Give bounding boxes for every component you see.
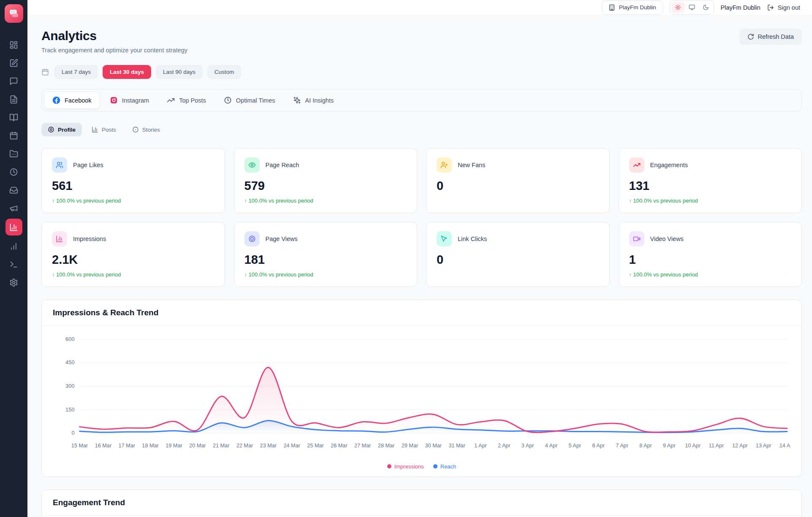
- subtab-profile[interactable]: Profile: [41, 123, 82, 136]
- refresh-icon: [747, 33, 754, 40]
- tab-facebook[interactable]: Facebook: [44, 92, 100, 109]
- legend-dot: [387, 464, 391, 468]
- svg-text:9 Apr: 9 Apr: [663, 443, 676, 449]
- svg-text:13 Apr: 13 Apr: [756, 443, 771, 449]
- gear-icon: [9, 278, 18, 287]
- theme-system-button[interactable]: [685, 2, 698, 13]
- sidebar-item-schedule[interactable]: [5, 164, 22, 179]
- profile-subtabs: ProfilePostsStories: [41, 123, 802, 136]
- stat-card-impressions: Impressions2.1K↑ 100.0% vs previous peri…: [41, 222, 225, 287]
- trending-up-icon: [629, 157, 644, 173]
- impressions-reach-panel: Impressions & Reach Trend 60045030015001…: [41, 300, 802, 477]
- stat-change: ↑ 100.0% vs previous period: [52, 198, 215, 204]
- stat-card-page-likes: Page Likes561↑ 100.0% vs previous period: [41, 148, 225, 213]
- legend-reach[interactable]: Reach: [433, 463, 456, 470]
- svg-text:0: 0: [71, 430, 74, 436]
- stat-label: Page Views: [266, 235, 298, 242]
- sidebar-item-analytics[interactable]: [5, 219, 22, 235]
- subtab-stories[interactable]: Stories: [126, 123, 166, 136]
- sidebar-item-posts[interactable]: [5, 92, 22, 107]
- sidebar-item-compose[interactable]: [5, 55, 22, 70]
- range-last-30-days[interactable]: Last 30 days: [103, 65, 151, 79]
- chart-legend: ImpressionsReach: [42, 462, 801, 476]
- svg-text:15 Mar: 15 Mar: [71, 443, 88, 449]
- target-icon: [244, 231, 260, 246]
- calendar-icon: [9, 131, 18, 140]
- legend-impressions[interactable]: Impressions: [387, 463, 424, 470]
- user-name: PlayFm Dublin: [721, 4, 760, 11]
- tab-instagram[interactable]: Instagram: [102, 92, 157, 109]
- date-range-selector: Last 7 daysLast 30 daysLast 90 daysCusto…: [41, 65, 802, 79]
- stat-label: Impressions: [73, 235, 106, 242]
- stat-change: ↑ 100.0% vs previous period: [52, 271, 215, 278]
- chart-title: Engagement Trend: [53, 498, 790, 507]
- svg-text:4 Apr: 4 Apr: [545, 443, 558, 449]
- svg-text:11 Apr: 11 Apr: [709, 443, 725, 449]
- sidebar-item-settings[interactable]: [5, 275, 22, 290]
- svg-text:12 Apr: 12 Apr: [732, 443, 748, 449]
- logout-icon: [767, 4, 774, 11]
- stat-change: ↑ 100.0% vs previous period: [244, 198, 407, 204]
- tab-optimal-times[interactable]: Optimal Times: [216, 92, 283, 109]
- engagement-trend-panel: Engagement Trend 28: [41, 490, 802, 517]
- workspace-selector[interactable]: PlayFm Dublin: [602, 0, 663, 15]
- sign-out-button[interactable]: Sign out: [767, 4, 800, 11]
- sidebar-item-media[interactable]: [5, 146, 22, 161]
- monitor-icon: [689, 4, 695, 11]
- stat-change: ↑ 100.0% vs previous period: [629, 198, 792, 204]
- svg-text:450: 450: [65, 359, 75, 365]
- mouse-pointer-icon: [437, 231, 452, 246]
- theme-light-button[interactable]: [671, 2, 684, 13]
- stat-value: 0: [437, 253, 599, 267]
- stat-value: 181: [244, 253, 407, 267]
- sidebar-item-dashboard[interactable]: [5, 37, 22, 52]
- svg-text:18 Mar: 18 Mar: [142, 443, 159, 449]
- tab-top-posts[interactable]: Top Posts: [159, 92, 214, 109]
- svg-text:24 Mar: 24 Mar: [283, 443, 300, 449]
- svg-text:27 Mar: 27 Mar: [354, 443, 371, 449]
- theme-toggle: [670, 0, 714, 15]
- sidebar-item-inbox[interactable]: [5, 182, 22, 198]
- terminal-icon: [9, 260, 18, 269]
- topbar: PlayFm Dublin PlayFm Dublin Sign out: [27, 0, 812, 15]
- range-last-90-days[interactable]: Last 90 days: [156, 65, 203, 79]
- stat-label: New Fans: [458, 162, 485, 168]
- sidebar-item-reports[interactable]: [5, 238, 22, 254]
- svg-text:26 Mar: 26 Mar: [331, 443, 348, 449]
- svg-text:16 Mar: 16 Mar: [95, 443, 112, 449]
- svg-text:3 Apr: 3 Apr: [521, 443, 534, 449]
- svg-text:22 Mar: 22 Mar: [236, 443, 253, 449]
- range-custom[interactable]: Custom: [207, 65, 242, 79]
- stats-grid: Page Likes561↑ 100.0% vs previous period…: [41, 148, 802, 287]
- svg-text:28 Mar: 28 Mar: [378, 443, 395, 449]
- tab-ai-insights[interactable]: AI Insights: [285, 92, 342, 109]
- stat-change: ↑ 100.0% vs previous period: [244, 271, 407, 278]
- sparkles-icon: [293, 96, 301, 104]
- svg-text:17 Mar: 17 Mar: [118, 443, 135, 449]
- svg-text:21 Mar: 21 Mar: [213, 443, 230, 449]
- stat-value: 131: [629, 179, 792, 193]
- sidebar-item-console[interactable]: [5, 257, 22, 272]
- subtab-posts[interactable]: Posts: [85, 123, 122, 136]
- sidebar-item-library[interactable]: [5, 110, 22, 125]
- sidebar-item-calendar[interactable]: [5, 128, 22, 143]
- svg-text:150: 150: [65, 406, 75, 413]
- svg-text:20 Mar: 20 Mar: [189, 443, 206, 449]
- theme-dark-button[interactable]: [699, 2, 712, 13]
- stat-label: Engagements: [650, 162, 688, 168]
- chat-icon: [9, 77, 18, 86]
- sidebar-item-campaigns[interactable]: [5, 200, 22, 216]
- moon-icon: [703, 4, 709, 11]
- eye-circle-icon: [48, 126, 54, 133]
- range-last-7-days[interactable]: Last 7 days: [54, 65, 98, 79]
- refresh-data-button[interactable]: Refresh Data: [739, 29, 802, 45]
- sidebar: [0, 0, 27, 517]
- sidebar-item-messages[interactable]: [5, 73, 22, 89]
- stat-label: Page Likes: [73, 162, 103, 168]
- channel-tabs: FacebookInstagramTop PostsOptimal TimesA…: [41, 89, 802, 111]
- svg-text:10 Apr: 10 Apr: [685, 443, 701, 449]
- calendar-icon: [41, 68, 49, 76]
- app-logo[interactable]: [5, 4, 23, 23]
- svg-text:30 Mar: 30 Mar: [425, 443, 442, 449]
- svg-text:5 Apr: 5 Apr: [569, 443, 581, 449]
